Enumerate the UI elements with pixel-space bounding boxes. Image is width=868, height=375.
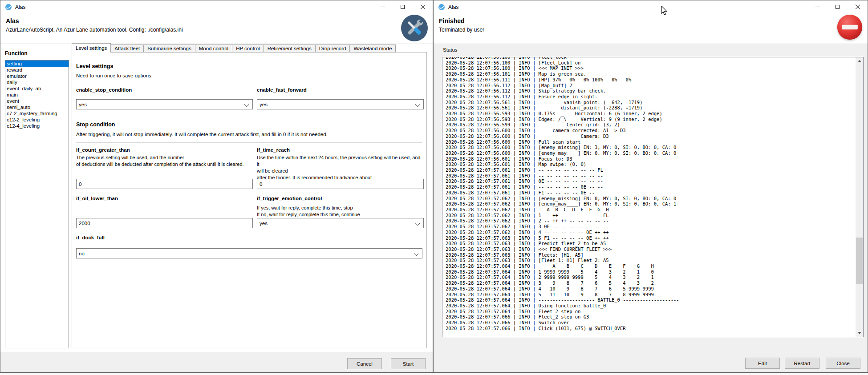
log-line: 2020-05-28 12:07:57.062 | INFO | [enemy_… xyxy=(446,196,855,202)
log-line: 2020-05-28 12:07:56.593 | INFO | Edges: … xyxy=(446,117,855,122)
log-line: 2020-05-28 12:07:57.066 | INFO | Switch … xyxy=(446,320,855,326)
log-line: 2020-05-28 12:07:57.064 | INFO | 1 9999 … xyxy=(446,269,855,275)
log-line: 2020-05-28 12:07:57.064 | INFO | A B C D… xyxy=(446,263,855,269)
close-button[interactable] xyxy=(413,0,433,13)
minimize-button[interactable] xyxy=(373,0,393,13)
function-item-event_daily_ab[interactable]: event_daily_ab xyxy=(5,85,69,92)
label-if-oil-lower-than: if_oil_lower_than xyxy=(76,196,253,201)
tab-wasteland-mode[interactable]: Wasteland mode xyxy=(349,44,396,52)
if-dock-full-value: no xyxy=(79,251,85,256)
label-if-time-reach: if_time_reach xyxy=(257,147,424,153)
log-lines: 2020-05-28 12:07:56.100 | INFO | fleet_l… xyxy=(446,57,855,331)
log-output[interactable]: 2020-05-28 12:07:56.100 | INFO | fleet_l… xyxy=(442,57,864,337)
log-line: 2020-05-28 12:07:56.600 | INFO | [enemy_… xyxy=(446,150,855,156)
minimize-icon xyxy=(815,7,820,7)
log-line: 2020-05-28 12:07:57.063 | INFO | [Fleet_… xyxy=(446,258,855,263)
tab-drop-record[interactable]: Drop record xyxy=(315,44,350,52)
function-item-c12-4_leveling[interactable]: c12-4_leveling xyxy=(5,123,69,129)
label-enable-fast-forward: enable_fast_forward xyxy=(257,87,424,93)
help-if-trigger-emotion-control: If yes, wait for reply, complete this ti… xyxy=(257,205,424,218)
minimize-button[interactable] xyxy=(807,0,827,13)
log-line: 2020-05-28 12:07:56.112 | INFO | Skip st… xyxy=(446,88,855,94)
tab-retirement-settings[interactable]: Retirement settings xyxy=(264,44,316,52)
enable-fast-forward-select[interactable]: yes xyxy=(257,99,424,109)
if-trigger-emotion-control-select[interactable]: yes xyxy=(257,218,424,228)
maximize-icon xyxy=(836,5,840,9)
close-window-button[interactable]: Close xyxy=(826,358,860,369)
config-header-title: Alas xyxy=(6,17,19,24)
log-window: Alas Finished Terminated by user xyxy=(433,0,868,373)
start-button[interactable]: Start xyxy=(391,358,426,369)
close-button[interactable] xyxy=(848,0,868,13)
config-window: Alas Alas AzurLaneAutoScript, An Azur La… xyxy=(0,0,433,373)
scroll-down-button[interactable] xyxy=(856,329,863,337)
tab-mood-control[interactable]: Mood control xyxy=(195,44,232,52)
minimize-icon xyxy=(381,7,385,7)
if-time-reach-input[interactable] xyxy=(257,179,424,189)
tab-level-settings[interactable]: Level settings xyxy=(72,43,111,52)
log-line: 2020-05-28 12:07:56.100 | INFO | [Fleet_… xyxy=(446,60,855,66)
divider xyxy=(76,82,422,82)
section-subtitle-level-settings: Need to run once to save options xyxy=(76,73,151,78)
log-line: 2020-05-28 12:07:56.600 | INFO | Full sc… xyxy=(446,139,855,145)
log-scrollbar[interactable] xyxy=(856,57,863,337)
log-line: 2020-05-28 12:07:56.600 | INFO | Camera:… xyxy=(446,133,855,139)
function-item-daily[interactable]: daily xyxy=(5,79,69,85)
function-item-main[interactable]: main xyxy=(5,92,69,98)
function-item-c7-2_mystery_farming[interactable]: c7-2_mystery_farming xyxy=(5,110,69,117)
scroll-up-icon xyxy=(858,60,861,62)
restart-button[interactable]: Restart xyxy=(785,358,819,369)
function-item-reward[interactable]: reward xyxy=(5,67,69,73)
log-line: 2020-05-28 12:07:57.063 | INFO | 5 F1 --… xyxy=(446,235,855,241)
scroll-up-button[interactable] xyxy=(856,57,863,65)
log-line: 2020-05-28 12:07:57.063 | INFO | Fleets:… xyxy=(446,252,855,258)
cancel-button[interactable]: Cancel xyxy=(347,358,382,369)
edit-button[interactable]: Edit xyxy=(745,358,780,369)
log-line: 2020-05-28 12:07:57.066 | INFO | Click (… xyxy=(446,326,855,331)
log-line: 2020-05-28 12:07:57.062 | INFO | 3 0E --… xyxy=(446,224,855,230)
config-header-subtitle: AzurLaneAutoScript, An Azur Lane automat… xyxy=(6,27,183,33)
log-line: 2020-05-28 12:07:57.062 | INFO | [enemy_… xyxy=(446,201,855,207)
log-line: 2020-05-28 12:07:56.561 | INFO | vanish_… xyxy=(446,100,855,105)
run-status-subtitle: Terminated by user xyxy=(439,27,484,33)
right-window-title: Alas xyxy=(448,4,458,10)
level-settings-panel: Level settings Need to run once to save … xyxy=(72,52,427,348)
log-line: 2020-05-28 12:07:56.600 | INFO | camera … xyxy=(446,128,855,133)
maximize-button[interactable] xyxy=(827,0,848,13)
maximize-button[interactable] xyxy=(393,0,413,13)
tab-hp-control[interactable]: HP control xyxy=(232,44,264,52)
status-area: Status 2020-05-28 12:07:56.100 | INFO | … xyxy=(434,44,868,372)
function-item-c12-2_leveling[interactable]: c12-2_leveling xyxy=(5,117,69,123)
if-oil-lower-than-input[interactable] xyxy=(76,218,253,228)
log-line: 2020-05-28 12:07:57.062 | INFO | A B C D… xyxy=(446,207,855,213)
function-item-setting[interactable]: setting xyxy=(5,60,69,67)
log-line: 2020-05-28 12:07:56.561 | INFO | distant… xyxy=(446,105,855,111)
log-line: 2020-05-28 12:07:56.112 | INFO | Ensure … xyxy=(446,94,855,100)
label-enable-stop-condition: enable_stop_condition xyxy=(76,87,253,93)
label-if-dock-full: if_dock_full xyxy=(76,235,253,240)
enable-stop-condition-select[interactable]: yes xyxy=(76,99,253,109)
scrollbar-thumb[interactable] xyxy=(856,238,863,284)
log-line: 2020-05-28 12:07:56.100 | INFO | fleet_l… xyxy=(446,57,855,60)
log-line: 2020-05-28 12:07:56.601 | INFO | Map swi… xyxy=(446,161,855,167)
function-item-emulator[interactable]: emulator xyxy=(5,73,69,79)
left-titlebar[interactable]: Alas xyxy=(0,0,433,14)
log-line: 2020-05-28 12:07:57.063 | INFO | Predict… xyxy=(446,241,855,246)
label-if-count-greater-than: if_count_greater_than xyxy=(76,147,253,153)
tab-attack-fleet[interactable]: Attack fleet xyxy=(110,44,144,52)
if-count-greater-than-input[interactable] xyxy=(76,179,253,189)
config-footer: Cancel Start xyxy=(0,352,433,372)
run-status-title: Finished xyxy=(439,17,465,24)
log-line: 2020-05-28 12:07:57.061 | INFO | -- -- -… xyxy=(446,173,855,179)
if-trigger-emotion-control-value: yes xyxy=(260,221,268,226)
function-item-event[interactable]: event xyxy=(5,98,69,104)
if-dock-full-select[interactable]: no xyxy=(76,248,422,258)
section-title-level-settings: Level settings xyxy=(76,63,113,69)
tools-icon xyxy=(401,14,428,42)
right-titlebar[interactable]: Alas xyxy=(434,0,868,14)
help-if-count-greater-than: The previous setting will be used, and t… xyxy=(76,154,253,168)
function-list[interactable]: settingrewardemulatordailyevent_daily_ab… xyxy=(5,60,69,348)
tab-submarine-settings[interactable]: Submarine settings xyxy=(143,44,195,52)
function-item-semi_auto[interactable]: semi_auto xyxy=(5,104,69,110)
close-icon xyxy=(855,4,860,10)
